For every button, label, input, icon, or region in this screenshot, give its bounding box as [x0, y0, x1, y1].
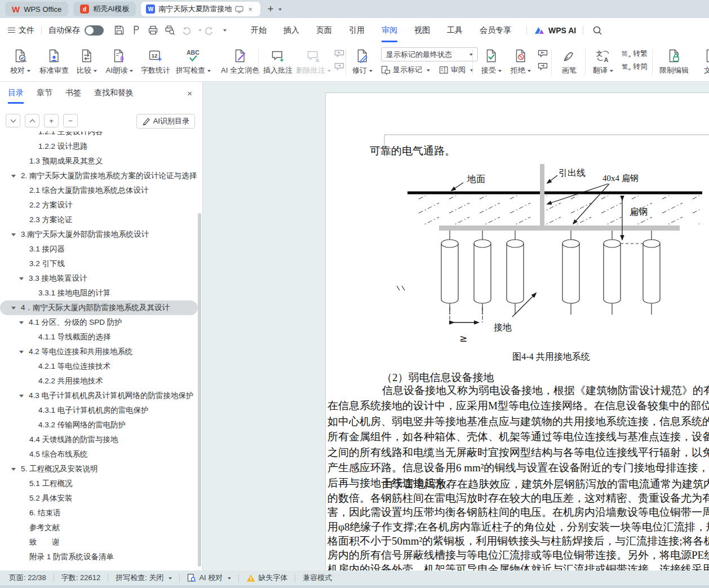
insert-comment-button[interactable]: 插入批注 — [261, 42, 295, 76]
print-preview-button[interactable] — [162, 23, 177, 38]
toc-collapse-arrow-icon[interactable] — [19, 277, 24, 280]
toc-item[interactable]: 4.3.1 电子计算机机房的雷电保护 — [0, 403, 198, 418]
undo-caret-icon[interactable] — [198, 29, 202, 33]
toc-item[interactable]: 4.1.1 导线截面的选择 — [0, 330, 198, 344]
toc-item[interactable]: 3.1 接闪器 — [0, 242, 198, 257]
sidebar-tab-contents[interactable]: 目录 — [8, 88, 24, 104]
previous-comment-icon[interactable] — [334, 50, 344, 58]
screen-share-icon[interactable] — [235, 5, 243, 14]
missing-font-warning[interactable]: 缺失字体 — [246, 573, 287, 583]
toc-item[interactable]: 4.3 电子计算机机房及计算机网络的防雷接地保护 — [0, 388, 198, 403]
close-sidebar-icon[interactable]: × — [187, 89, 192, 98]
to-simplified-button[interactable]: 繁 转简 — [622, 61, 648, 72]
track-changes-button[interactable]: 修订 — [349, 42, 375, 76]
toc-item[interactable]: 4.1 分区、分级的 SPD 防护 — [0, 315, 198, 330]
sidebar-tab-find-replace[interactable]: 查找和替换 — [94, 88, 134, 104]
delete-comment-button[interactable]: 删除批注 — [295, 42, 332, 76]
menu-insert[interactable]: 插入 — [283, 18, 299, 42]
redo-button[interactable] — [202, 23, 216, 38]
document-page[interactable]: 可靠的电气通路。 — [325, 92, 709, 571]
ai-proofread-status[interactable]: AI 校对 — [187, 573, 231, 583]
proofread-button[interactable]: 校对 — [5, 42, 36, 76]
toc-item[interactable]: 3.2 引下线 — [0, 257, 198, 271]
menu-tools[interactable]: 工具 — [447, 18, 463, 42]
tab-docer-templates[interactable]: d 稻壳AI模板 — [73, 2, 136, 16]
toc-item[interactable]: 3.3.1 接地电阻的计算 — [0, 286, 198, 300]
toc-collapse-arrow-icon[interactable] — [19, 395, 24, 397]
page-indicator[interactable]: 页面: 22/38 — [9, 573, 46, 583]
print-button[interactable] — [145, 23, 160, 38]
toc-collapse-arrow-icon[interactable] — [11, 307, 16, 310]
close-tab-icon[interactable]: × — [247, 5, 254, 14]
previous-change-icon[interactable] — [538, 50, 548, 58]
accept-change-button[interactable]: 接受 — [477, 42, 506, 76]
toc-item[interactable]: 4.2.1 等电位连接技术 — [0, 359, 198, 374]
menu-review[interactable]: 审阅 — [382, 18, 397, 42]
toc-item[interactable]: 5.1 工程概况 — [0, 476, 198, 491]
sidebar-scrollbar[interactable] — [198, 213, 201, 567]
wps-ai-button[interactable]: WPS AI — [534, 25, 576, 36]
sidebar-tab-bookmarks[interactable]: 书签 — [65, 88, 81, 104]
toc-next-button[interactable] — [6, 114, 20, 127]
word-count-button[interactable]: 12 字数统计 — [138, 42, 174, 76]
toc-collapse-arrow-icon[interactable] — [11, 233, 16, 236]
standard-review-button[interactable]: 标准审查 — [36, 42, 72, 76]
toc-item[interactable]: 6. 结束语 — [0, 506, 198, 520]
toc-collapse-arrow-icon[interactable] — [11, 175, 16, 178]
tab-list-caret-icon[interactable] — [278, 8, 282, 12]
toc-item[interactable]: 1.2.2 设计思路 — [0, 139, 198, 154]
toc-item[interactable]: 致 谢 — [0, 535, 198, 550]
toc-item[interactable]: 3.南宁天际大厦外部防雷接地系统设计 — [0, 227, 198, 242]
new-tab-button[interactable]: + — [267, 3, 273, 15]
toc-item[interactable]: 5.2 具体安装 — [0, 491, 198, 506]
menu-view[interactable]: 视图 — [414, 18, 430, 42]
doc-permission-button[interactable]: 文档 — [694, 42, 709, 76]
toc-item[interactable]: 3.3 接地装置设计 — [0, 271, 198, 286]
toc-item[interactable]: 2. 南宁天际大厦防雷接地系统方案的设计论证与选择 — [0, 169, 198, 183]
grounding-system-figure[interactable]: 地面 引出线 40x4 扁钢 扁钢 — [326, 158, 709, 353]
toc-item[interactable]: 2.2 方案设计 — [0, 198, 198, 213]
autosave-toggle[interactable] — [85, 25, 104, 36]
menu-reference[interactable]: 引用 — [349, 18, 365, 42]
spellcheck-status[interactable]: 拼写检查: 关闭 — [116, 573, 172, 583]
tab-document-active[interactable]: W 南宁天际大夏防雷接地系统设 × — [141, 2, 260, 16]
toc-previous-button[interactable] — [25, 114, 39, 127]
search-button[interactable] — [590, 23, 605, 38]
spell-check-button[interactable]: ABC 拼写检查 — [174, 42, 213, 76]
word-count-indicator[interactable]: 字数: 22612 — [61, 573, 100, 583]
save-button[interactable] — [112, 23, 126, 38]
ai-recognize-toc-button[interactable]: AI识别目录 — [136, 114, 195, 129]
next-comment-icon[interactable] — [334, 63, 344, 71]
tab-wps-office[interactable]: W WPS Office — [5, 2, 68, 16]
document-area[interactable]: 可靠的电气通路。 — [203, 82, 709, 571]
toc-item[interactable]: 附录 1 防雷系统设备清单 — [0, 550, 198, 564]
toc-item[interactable]: 参考文献 — [0, 520, 198, 535]
toc-item[interactable]: 4.5 综合布线系统 — [0, 447, 198, 462]
compare-button[interactable]: 比较 — [72, 42, 101, 76]
show-markup-button[interactable]: 显示标记 — [381, 65, 430, 75]
toc-item[interactable]: 5. 工程概况及安装说明 — [0, 462, 198, 476]
toc-item[interactable]: 1.2.1 主要设计内容 — [0, 131, 198, 139]
toc-item[interactable]: 4.4 天馈线路的防雷与接地 — [0, 432, 198, 447]
toc-collapse-arrow-icon[interactable] — [19, 321, 24, 324]
restrict-editing-button[interactable]: 限制编辑 — [656, 42, 692, 76]
toc-collapse-arrow-icon[interactable] — [19, 351, 24, 353]
sidebar-tab-chapters[interactable]: 章节 — [37, 88, 52, 104]
ai-read-aloud-button[interactable]: AI朗读 — [101, 42, 138, 76]
markup-mode-dropdown[interactable]: 显示标记的最终状态 — [381, 47, 478, 61]
file-menu-button[interactable]: 文件 — [8, 25, 34, 36]
reject-change-button[interactable]: 拒绝 — [506, 42, 535, 76]
next-change-icon[interactable] — [538, 63, 548, 71]
ai-polish-button[interactable]: AI 全文润色 — [213, 42, 267, 76]
toc-expand-button[interactable]: + — [44, 114, 59, 127]
export-pdf-button[interactable] — [128, 23, 143, 38]
toc-item[interactable]: 4.3.2 传输网络的雷电防护 — [0, 418, 198, 432]
quick-access-caret-icon[interactable] — [223, 29, 227, 33]
menu-home[interactable]: 开始 — [251, 18, 267, 42]
to-traditional-button[interactable]: 简 转繁 — [622, 48, 648, 59]
toc-item[interactable]: 2.3 方案论证 — [0, 213, 198, 227]
toc-item[interactable]: 1.3 预期成果及其意义 — [0, 154, 198, 169]
toc-item[interactable]: 4．南宁天际大厦内部防雷接地系统及其设计 — [0, 300, 198, 315]
menu-page[interactable]: 页面 — [316, 18, 332, 42]
toc-item[interactable]: 4.2 等电位连接和共用接地系统 — [0, 344, 198, 359]
